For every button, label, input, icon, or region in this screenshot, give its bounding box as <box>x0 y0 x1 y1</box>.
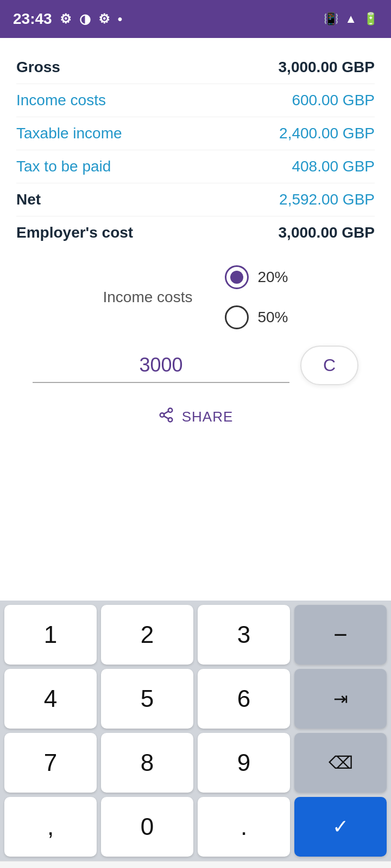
income-costs-section-label: Income costs <box>103 289 193 306</box>
gross-value: 3,000.00 GBP <box>279 59 375 76</box>
dot-icon: • <box>118 11 122 27</box>
radio-group: 20% 50% <box>225 265 288 329</box>
financial-summary: Gross 3,000.00 GBP Income costs 600.00 G… <box>16 51 375 249</box>
key-dot[interactable]: . <box>198 797 290 857</box>
key-1[interactable]: 1 <box>4 605 97 665</box>
vibrate-icon: 📳 <box>324 12 338 26</box>
gross-label: Gross <box>16 59 60 76</box>
share-icon <box>158 407 174 427</box>
net-value: 2,592.00 GBP <box>279 191 375 208</box>
share-section: SHARE <box>16 391 375 438</box>
nav-bar: ▽ □ ≡ <box>0 861 391 868</box>
tax-to-be-paid-row: Tax to be paid 408.00 GBP <box>16 150 375 183</box>
status-bar: 23:43 ⚙ ◑ ⚙ • 📳 ▲ 🔋 <box>0 0 391 38</box>
radio-20[interactable]: 20% <box>225 265 288 289</box>
key-6[interactable]: 6 <box>198 669 290 729</box>
key-8[interactable]: 8 <box>101 733 193 793</box>
clear-button[interactable]: C <box>300 346 358 385</box>
spacer <box>16 438 375 601</box>
key-4[interactable]: 4 <box>4 669 97 729</box>
tax-to-be-paid-label: Tax to be paid <box>16 158 111 175</box>
radio-50-circle[interactable] <box>225 305 249 329</box>
key-2[interactable]: 2 <box>101 605 193 665</box>
keyboard-row-1: 1 2 3 − <box>4 605 387 665</box>
key-5[interactable]: 5 <box>101 669 193 729</box>
radio-50[interactable]: 50% <box>225 305 288 329</box>
status-left: 23:43 ⚙ ◑ ⚙ • <box>13 10 122 28</box>
wifi-icon: ▲ <box>345 12 357 26</box>
key-0[interactable]: 0 <box>101 797 193 857</box>
radio-20-circle[interactable] <box>225 265 249 289</box>
keyboard-row-2: 4 5 6 ⇥ <box>4 669 387 729</box>
share-label: SHARE <box>182 409 234 425</box>
taxable-income-row: Taxable income 2,400.00 GBP <box>16 117 375 150</box>
key-7[interactable]: 7 <box>4 733 97 793</box>
key-backspace[interactable]: ⌫ <box>294 733 387 793</box>
key-minus[interactable]: − <box>294 605 387 665</box>
net-label: Net <box>16 191 41 208</box>
key-enter[interactable]: ✓ <box>294 797 387 857</box>
status-time: 23:43 <box>13 10 52 28</box>
key-3[interactable]: 3 <box>198 605 290 665</box>
net-row: Net 2,592.00 GBP <box>16 183 375 216</box>
gear-icon-1: ⚙ <box>60 11 72 27</box>
keyboard-row-4: , 0 . ✓ <box>4 797 387 857</box>
taxable-income-label: Taxable income <box>16 125 122 142</box>
key-9[interactable]: 9 <box>198 733 290 793</box>
income-costs-label: Income costs <box>16 92 106 109</box>
amount-input[interactable] <box>33 348 289 383</box>
employer-cost-label: Employer's cost <box>16 224 133 241</box>
b-icon: ◑ <box>79 11 91 27</box>
income-costs-value: 600.00 GBP <box>292 92 375 109</box>
key-tab[interactable]: ⇥ <box>294 669 387 729</box>
tax-to-be-paid-value: 408.00 GBP <box>292 158 375 175</box>
radio-20-label: 20% <box>257 269 288 286</box>
main-content: Gross 3,000.00 GBP Income costs 600.00 G… <box>0 38 391 601</box>
income-costs-section: Income costs 20% 50% <box>16 249 375 335</box>
gear-icon-2: ⚙ <box>98 11 110 27</box>
status-right: 📳 ▲ 🔋 <box>324 12 378 26</box>
radio-50-label: 50% <box>257 309 288 326</box>
employer-cost-value: 3,000.00 GBP <box>279 224 375 241</box>
income-costs-row: Income costs 600.00 GBP <box>16 84 375 117</box>
battery-icon: 🔋 <box>363 12 378 26</box>
taxable-income-value: 2,400.00 GBP <box>279 125 375 142</box>
employer-cost-row: Employer's cost 3,000.00 GBP <box>16 216 375 249</box>
keyboard: 1 2 3 − 4 5 6 ⇥ 7 8 9 ⌫ , 0 . ✓ <box>0 601 391 861</box>
svg-line-4 <box>163 411 168 414</box>
input-row: C <box>16 335 375 391</box>
svg-line-3 <box>163 416 168 419</box>
key-comma[interactable]: , <box>4 797 97 857</box>
gross-row: Gross 3,000.00 GBP <box>16 51 375 84</box>
keyboard-row-3: 7 8 9 ⌫ <box>4 733 387 793</box>
share-button[interactable]: SHARE <box>158 407 234 427</box>
